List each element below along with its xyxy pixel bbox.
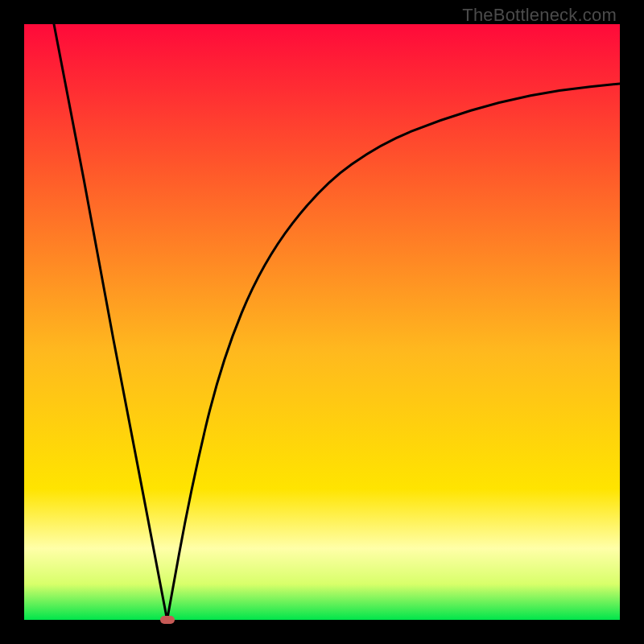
minimum-marker [160, 616, 175, 624]
plot-frame [24, 24, 620, 620]
chart-curve [24, 24, 620, 620]
attribution-text: TheBottleneck.com [462, 5, 617, 26]
